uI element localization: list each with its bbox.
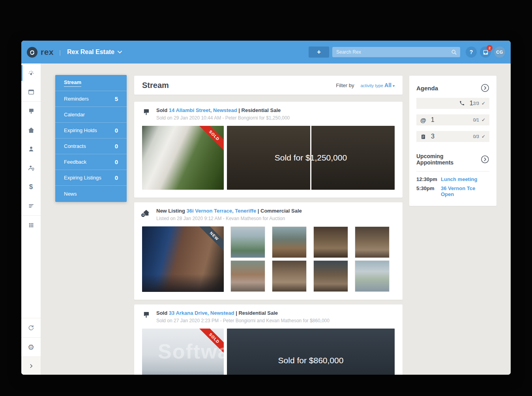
nav-item-reminders[interactable]: Reminders 5 — [55, 91, 127, 107]
account-switcher[interactable]: Rex Real Estate — [67, 49, 122, 56]
listing-category: | Residential Sale — [238, 107, 281, 113]
logo-text: rex — [41, 47, 54, 57]
listing-link[interactable]: 33 Arkana Drive, Newstead — [169, 310, 234, 316]
listing-photo[interactable]: Sold for $860,000 — [227, 329, 395, 375]
help-button[interactable]: ? — [466, 47, 477, 58]
sidebar-item-apps[interactable] — [21, 216, 41, 235]
agenda-count: 1 — [470, 100, 473, 107]
gear-icon: ⚙ — [28, 344, 34, 351]
activity-type-filter[interactable]: activity type All ▾ — [360, 82, 395, 88]
nav-item-feedback[interactable]: Feedback 0 — [55, 154, 127, 170]
nav-label: Stream — [64, 79, 81, 87]
agenda-row-tasks[interactable]: 3 0/3 ✓ — [416, 131, 489, 142]
stream-card-sold-allambi: Sold 14 Allambi Street, Newstead | Resid… — [134, 102, 403, 198]
listing-photo[interactable]: SOLD — [142, 126, 224, 190]
nav-item-expiring-listings[interactable]: Expiring Listings 0 — [55, 170, 127, 186]
notifications-button[interactable]: 2 — [480, 47, 491, 58]
grid-icon — [28, 222, 35, 229]
photo-thumbnail[interactable] — [272, 260, 307, 292]
agenda-progress: 0/3 — [473, 134, 479, 139]
home-icon — [27, 126, 35, 134]
filter-by-label: Filter by — [336, 82, 354, 88]
sidebar-expand-button[interactable] — [21, 357, 41, 375]
nav-label: Calendar — [64, 112, 85, 118]
agenda-panel: Agenda 1 2/3 ✓ @ 1 — [409, 76, 496, 206]
photo-thumbnail[interactable] — [272, 226, 307, 258]
stream-gauge-icon — [27, 69, 35, 77]
photo-thumbnail[interactable] — [355, 226, 390, 258]
signboard-icon — [27, 107, 35, 115]
check-icon: ✓ — [481, 117, 485, 123]
top-header-bar: rex | Rex Real Estate + ? 2 CG — [21, 41, 511, 64]
nav-item-calendar[interactable]: Calendar — [55, 107, 127, 123]
divider — [416, 171, 489, 172]
sidebar-item-agents[interactable] — [21, 159, 41, 177]
nav-label: Expiring Holds — [64, 127, 97, 133]
card-meta: Listed on 28 Jan 2020 9:12 AM - Kevan Ma… — [156, 216, 302, 221]
filter-type-label: activity type — [360, 83, 383, 88]
appointments-open-button[interactable] — [481, 155, 489, 164]
signboard-icon — [142, 311, 150, 319]
agenda-progress: 0/1 — [473, 118, 479, 122]
activity-label: New Listing — [156, 208, 185, 214]
signboard-icon — [142, 108, 150, 116]
nav-count: 5 — [115, 95, 118, 102]
sidebar-item-listings[interactable] — [21, 102, 41, 121]
listing-photo[interactable]: NEW — [142, 226, 224, 292]
sidebar-item-sync[interactable] — [21, 318, 41, 337]
photo-thumbnail[interactable] — [230, 226, 265, 258]
photo-thumbnail[interactable] — [313, 226, 348, 258]
search-icon — [451, 49, 457, 55]
app-window: rex | Rex Real Estate + ? 2 CG — [21, 41, 511, 375]
appointment-time: 5:30pm — [416, 185, 441, 191]
appointment-row: 5:30pm 36 Vernon Tce Open — [416, 185, 489, 197]
chevron-down-icon — [118, 50, 122, 54]
listing-link[interactable]: 36i Vernon Terrace, Teneriffe — [187, 208, 257, 214]
add-record-button[interactable]: + — [309, 47, 329, 58]
person-icon — [27, 145, 35, 153]
search-input[interactable] — [336, 49, 451, 55]
photo-thumbnail[interactable] — [230, 260, 265, 292]
page-title: Stream — [142, 81, 169, 90]
sidebar-item-calendar[interactable] — [21, 82, 41, 101]
nav-label: Contracts — [64, 143, 86, 149]
sidebar-item-financials[interactable]: $ — [21, 177, 41, 196]
agenda-row-calls[interactable]: 1 2/3 ✓ — [416, 98, 489, 109]
nav-item-expiring-holds[interactable]: Expiring Holds 0 — [55, 123, 127, 138]
nav-item-contracts[interactable]: Contracts 0 — [55, 138, 127, 154]
app-title-text: Rex Real Estate — [67, 49, 114, 56]
sidebar-item-reports[interactable] — [21, 196, 41, 215]
sold-price-overlay: Sold for $1,250,000 — [227, 126, 395, 190]
sold-ribbon: SOLD — [197, 126, 224, 153]
global-search[interactable] — [332, 47, 460, 57]
appointment-link[interactable]: 36 Vernon Tce Open — [441, 185, 489, 197]
check-icon: ✓ — [481, 134, 485, 139]
nav-label: Expiring Listings — [64, 175, 101, 181]
new-ribbon: NEW — [197, 226, 224, 253]
sync-icon — [27, 324, 35, 332]
nav-item-stream[interactable]: Stream — [55, 75, 127, 91]
photo-thumbnail[interactable] — [355, 260, 390, 292]
listing-photo[interactable]: SOLD Softwa — [142, 329, 224, 375]
sidebar-item-settings[interactable]: ⚙ — [21, 338, 41, 357]
nav-count: 0 — [115, 174, 118, 181]
user-avatar[interactable]: CG — [494, 47, 505, 58]
activity-label: Sold — [156, 107, 167, 113]
sidebar-item-contacts[interactable] — [21, 140, 41, 159]
dollar-icon: $ — [29, 183, 33, 191]
filter-value: All — [384, 82, 392, 88]
agenda-row-emails[interactable]: @ 1 0/1 ✓ — [416, 114, 489, 125]
icon-sidebar: $ ⚙ — [21, 64, 41, 375]
nav-item-news[interactable]: News — [55, 186, 127, 202]
agenda-open-button[interactable] — [481, 84, 489, 92]
sidebar-item-properties[interactable] — [21, 121, 41, 140]
appointment-link[interactable]: Lunch meeting — [441, 176, 477, 182]
listing-link[interactable]: 14 Allambi Street, Newstead — [169, 107, 237, 113]
listing-photo-pair[interactable]: Sold for $1,250,000 — [227, 126, 395, 190]
card-meta: Sold on 29 Jan 2020 10:44 AM - Peter Bon… — [156, 115, 290, 121]
photo-thumbnail[interactable] — [313, 260, 348, 292]
phone-icon — [459, 101, 465, 106]
listing-category: | Commercial Sale — [258, 208, 302, 214]
sidebar-item-stream[interactable] — [21, 64, 41, 82]
nav-count: 0 — [115, 143, 118, 149]
